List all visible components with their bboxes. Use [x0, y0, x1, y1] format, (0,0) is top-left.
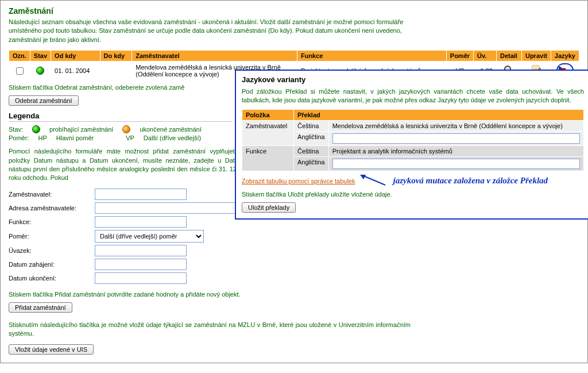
- legend-hp-desc: Hlavní poměr: [56, 134, 94, 141]
- cell-en-label: Angličtina: [294, 131, 329, 145]
- save-translations-button[interactable]: Uložit překlady: [242, 202, 296, 213]
- languages-overlay: Jazykové varianty Pod záložkou Překlad s…: [235, 70, 588, 220]
- col-funkce: Funkce: [297, 51, 446, 61]
- uis-hint: Stisknutím následujícího tlačítka je mož…: [9, 321, 411, 339]
- legend-vp-desc: Další (dříve vedlejší): [144, 134, 201, 141]
- cell-item-funkce: Funkce: [242, 145, 294, 171]
- legend-active-text: probíhající zaměstnání: [49, 126, 113, 133]
- cell-dokdy: [100, 61, 132, 80]
- overlay-row-zamest-cz: Zaměstnavatel Čeština Mendelova zeměděls…: [242, 120, 584, 131]
- label-pomer: Poměr:: [9, 233, 95, 240]
- form-intro-text: Pomocí následujícího formuláře máte možn…: [9, 147, 238, 183]
- col-ozn: Ozn.: [9, 51, 30, 61]
- overlay-row-funkce-cz: Funkce Čeština Projektant a analytik inf…: [242, 145, 584, 156]
- col-uv: Úv.: [474, 51, 497, 61]
- select-pomer[interactable]: Další (dříve vedlejší) poměr: [95, 230, 204, 243]
- overlay-title: Jazykové varianty: [242, 75, 584, 84]
- overlay-table: Položka Překlad Zaměstnavatel Čeština Me…: [242, 109, 584, 171]
- overlay-row-zamest-en: Angličtina: [242, 131, 584, 145]
- label-uvazek: Úvazek:: [9, 247, 95, 254]
- legend-stav-label: Stav:: [9, 126, 23, 133]
- legend-ended-text: ukončené zaměstnání: [140, 126, 202, 133]
- input-funkce-en[interactable]: [332, 159, 580, 169]
- cell-cz-label: Čeština: [294, 120, 329, 131]
- label-ukonceni: Datum ukončení:: [9, 275, 95, 282]
- legend-pomer-label: Poměr:: [9, 134, 29, 141]
- overlay-save-hint: Stiskem tlačítka Uložit překlady uložíte…: [242, 191, 584, 198]
- col-dokdy: Do kdy: [100, 51, 132, 61]
- overlay-annotation: jazyková mutace založena v záložce Překl…: [393, 176, 548, 186]
- legend-active-icon: [32, 125, 40, 133]
- intro-text: Následující seznam obsahuje všechna vaše…: [9, 18, 405, 44]
- label-adresa: Adresa zaměstnavatele:: [9, 205, 95, 212]
- legend-hp-code: HP: [38, 134, 47, 141]
- legend-divider: [9, 121, 233, 122]
- label-zahajeni: Datum zahájení:: [9, 261, 95, 268]
- cell-item-zamest: Zaměstnavatel: [242, 120, 294, 145]
- link-table-manager[interactable]: Zobrazit tabulku pomocí správce tabulek: [242, 178, 355, 184]
- col-pomer: Poměr: [446, 51, 473, 61]
- input-uvazek[interactable]: [95, 245, 187, 256]
- col-detail: Detail: [496, 51, 521, 61]
- input-zamest-en[interactable]: [332, 133, 580, 144]
- cell-cz-value: Mendelova zemědělská a lesnická univerzi…: [328, 120, 583, 131]
- legend-vp-code: VP: [126, 134, 134, 141]
- page-title: Zaměstnání: [9, 6, 579, 16]
- legend-ended-icon: [122, 125, 130, 133]
- uis-button[interactable]: Vložit údaje vedené v UIS: [9, 344, 94, 355]
- col-preklad: Překlad: [294, 109, 584, 120]
- status-active-icon: [36, 67, 44, 75]
- col-zamest: Zaměstnavatel: [132, 51, 297, 61]
- col-odkdy: Od kdy: [51, 51, 100, 61]
- row-checkbox[interactable]: [16, 67, 24, 75]
- input-funkce[interactable]: [95, 216, 187, 228]
- input-zamestnavatel[interactable]: [95, 189, 187, 200]
- label-zamestnavatel: Zaměstnavatel:: [9, 191, 95, 198]
- label-funkce: Funkce:: [9, 218, 95, 225]
- svg-line-15: [363, 176, 385, 185]
- confirm-hint: Stiskem tlačítka Přidat zaměstnání potvr…: [9, 291, 579, 298]
- cell-en-label-2: Angličtina: [294, 156, 329, 171]
- remove-button[interactable]: Odebrat zaměstnání: [9, 95, 79, 106]
- input-ukonceni[interactable]: [95, 272, 187, 284]
- add-button[interactable]: Přidat zaměstnání: [9, 302, 72, 313]
- col-upravit: Upravit: [521, 51, 551, 61]
- overlay-intro: Pod záložkou Překlad si můžete nastavit,…: [242, 87, 584, 105]
- cell-cz-value-2: Projektant a analytik informačních systé…: [328, 145, 583, 156]
- overlay-row-funkce-en: Angličtina: [242, 156, 584, 171]
- arrow-icon: [360, 175, 386, 187]
- col-stav: Stav: [30, 51, 51, 61]
- col-polozka: Položka: [242, 109, 294, 120]
- col-jazyky: Jazyky: [551, 51, 579, 61]
- cell-cz-label-2: Čeština: [294, 145, 329, 156]
- cell-odkdy: 01. 01. 2004: [51, 61, 100, 80]
- input-zahajeni[interactable]: [95, 259, 187, 270]
